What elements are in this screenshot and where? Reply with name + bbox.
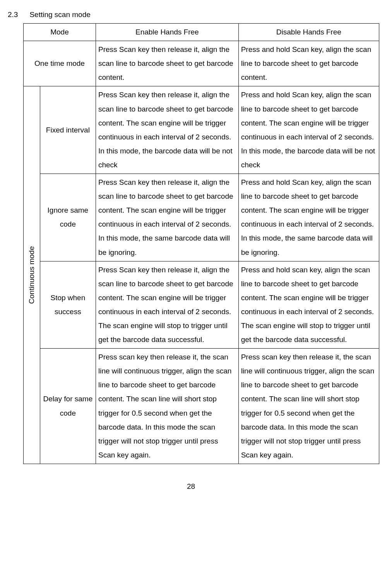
cell-enable: Press Scan key then release it, align th…	[96, 86, 238, 174]
header-disable: Disable Hands Free	[238, 24, 379, 41]
table-row: Stop when success Press Scan key then re…	[24, 261, 379, 349]
scan-mode-table: Mode Enable Hands Free Disable Hands Fre…	[23, 23, 379, 464]
submode-fixed-interval: Fixed interval	[40, 86, 96, 174]
submode-ignore-same-code: Ignore same code	[40, 174, 96, 261]
mode-one-time: One time mode	[24, 41, 96, 86]
header-mode: Mode	[24, 24, 96, 41]
section-header: 2.3 Setting scan mode	[8, 8, 370, 22]
page-number: 28	[12, 480, 370, 493]
table-row: Ignore same code Press Scan key then rel…	[24, 174, 379, 261]
cell-disable: Press and hold scan key, align the scan …	[238, 261, 379, 349]
table-row: Continuous mode Fixed interval Press Sca…	[24, 86, 379, 174]
section-number: 2.3	[8, 8, 18, 22]
header-enable: Enable Hands Free	[96, 24, 238, 41]
cell-disable: Press and hold Scan key, align the scan …	[238, 174, 379, 261]
cell-enable: Press Scan key then release it, align th…	[96, 261, 238, 349]
cell-disable: Press and hold Scan key, align the scan …	[238, 41, 379, 86]
table-row: One time mode Press Scan key then releas…	[24, 41, 379, 86]
table-row: Delay for same code Press scan key then …	[24, 349, 379, 464]
cell-disable: Press scan key then release it, the scan…	[238, 349, 379, 464]
submode-delay-same-code: Delay for same code	[40, 349, 96, 464]
table-header-row: Mode Enable Hands Free Disable Hands Fre…	[24, 24, 379, 41]
cell-disable: Press and hold Scan key, align the scan …	[238, 86, 379, 174]
cell-enable: Press Scan key then release it, align th…	[96, 41, 238, 86]
cell-enable: Press Scan key then release it, align th…	[96, 174, 238, 261]
group-continuous-mode: Continuous mode	[24, 86, 40, 464]
section-title: Setting scan mode	[29, 8, 90, 22]
submode-stop-when-success: Stop when success	[40, 261, 96, 349]
cell-enable: Press scan key then release it, the scan…	[96, 349, 238, 464]
